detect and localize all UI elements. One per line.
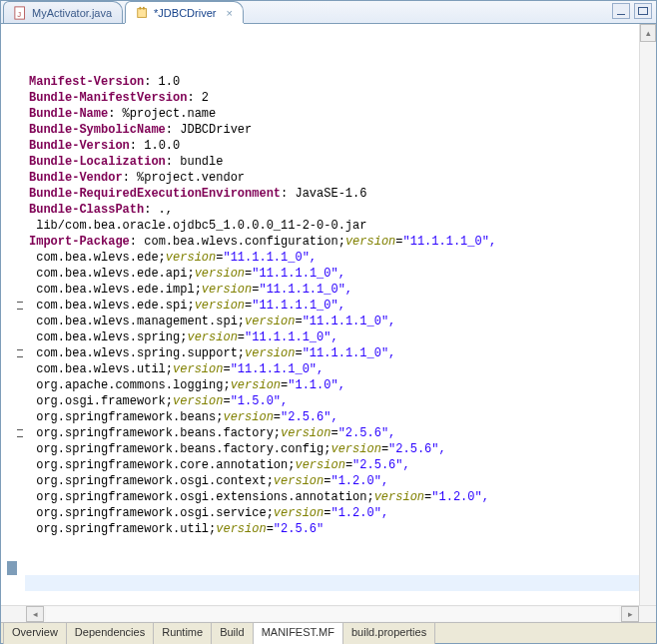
fold-mark-icon[interactable] [17,429,23,437]
cursor-indicator-icon [7,561,17,575]
bottom-tab-dependencies[interactable]: Dependencies [66,623,154,644]
code-line: org.springframework.osgi.extensions.anno… [27,489,639,505]
fold-mark-icon[interactable] [17,349,23,357]
scroll-track[interactable] [46,607,619,621]
svg-rect-3 [140,6,142,9]
scroll-left-button[interactable]: ◂ [26,606,44,622]
code-line: com.bea.wlevs.ede;version="11.1.1.1_0", [27,250,639,266]
fold-mark-icon[interactable] [17,302,23,310]
code-line: Manifest-Version: 1.0 [27,74,639,90]
minimize-button[interactable] [612,3,630,19]
editor-body: Manifest-Version: 1.0Bundle-ManifestVers… [1,24,656,605]
tab-label: MyActivator.java [32,7,112,19]
maximize-button[interactable] [634,3,652,19]
code-line: com.bea.wlevs.spring;version="11.1.1.1_0… [27,329,639,345]
code-line: Bundle-ClassPath: ., [27,202,639,218]
code-line: com.bea.wlevs.ede.impl;version="11.1.1.1… [27,282,639,298]
bottom-tab-build-properties[interactable]: build.properties [342,623,435,644]
code-line: org.osgi.framework;version="1.5.0", [27,393,639,409]
code-line: Import-Package: com.bea.wlevs.configurat… [27,234,639,250]
code-line: Bundle-ManifestVersion: 2 [27,90,639,106]
bottom-tab-runtime[interactable]: Runtime [153,623,212,644]
tab-myactivator[interactable]: J MyActivator.java [3,1,123,23]
code-line: org.apache.commons.logging;version="1.1.… [27,377,639,393]
code-line: org.springframework.core.annotation;vers… [27,457,639,473]
code-line: org.springframework.beans.factory;versio… [27,425,639,441]
code-line: org.springframework.beans;version="2.5.6… [27,409,639,425]
code-line: com.bea.wlevs.ede.api;version="11.1.1.1_… [27,266,639,282]
plugin-file-icon [136,6,150,20]
code-line: Bundle-Name: %project.name [27,106,639,122]
code-line: Bundle-RequiredExecutionEnvironment: Jav… [27,186,639,202]
horizontal-scrollbar[interactable]: ◂ ▸ [1,605,656,622]
code-line: org.springframework.osgi.context;version… [27,473,639,489]
editor-window: J MyActivator.java *JDBCDriver × Manifes… [0,0,657,644]
editor-bottom-tabs: OverviewDependenciesRuntimeBuildMANIFEST… [1,622,656,643]
code-line [27,601,639,605]
code-line: Bundle-Vendor: %project.vendor [27,170,639,186]
tab-jdbcdriver[interactable]: *JDBCDriver × [125,1,244,23]
code-line: Bundle-Version: 1.0.0 [27,138,639,154]
overview-ruler[interactable]: ▴ [639,24,656,605]
svg-rect-2 [138,8,147,17]
code-line: Bundle-SymbolicName: JDBCDriver [27,122,639,138]
code-line [27,553,639,569]
java-file-icon: J [14,6,28,20]
svg-rect-4 [143,6,145,9]
scroll-up-button[interactable]: ▴ [640,24,656,42]
window-controls [612,3,652,19]
code-line: com.bea.wlevs.util;version="11.1.1.1_0", [27,361,639,377]
editor-content[interactable]: Manifest-Version: 1.0Bundle-ManifestVers… [25,24,639,605]
code-line [27,569,639,585]
bottom-tab-build[interactable]: Build [211,623,253,644]
bottom-tab-manifest-mf[interactable]: MANIFEST.MF [253,623,343,644]
scroll-right-button[interactable]: ▸ [621,606,639,622]
code-line: com.bea.wlevs.management.spi;version="11… [27,314,639,329]
code-line: org.springframework.osgi.service;version… [27,505,639,521]
bottom-tab-overview[interactable]: Overview [3,623,67,644]
svg-text:J: J [17,9,22,18]
close-icon[interactable]: × [226,7,232,19]
code-line [27,585,639,601]
code-line: com.bea.wlevs.spring.support;version="11… [27,345,639,361]
code-line: lib/com.bea.oracle.ojdbc5_1.0.0.0_11-2-0… [27,218,639,234]
code-line: com.bea.wlevs.ede.spi;version="11.1.1.1_… [27,298,639,314]
tab-label: *JDBCDriver [154,7,216,19]
editor-top-tabs: J MyActivator.java *JDBCDriver × [1,1,656,24]
code-line: Bundle-Localization: bundle [27,154,639,170]
code-line [27,537,639,553]
editor-gutter[interactable] [1,24,25,605]
code-line: org.springframework.beans.factory.config… [27,441,639,457]
code-line: org.springframework.util;version="2.5.6" [27,521,639,537]
